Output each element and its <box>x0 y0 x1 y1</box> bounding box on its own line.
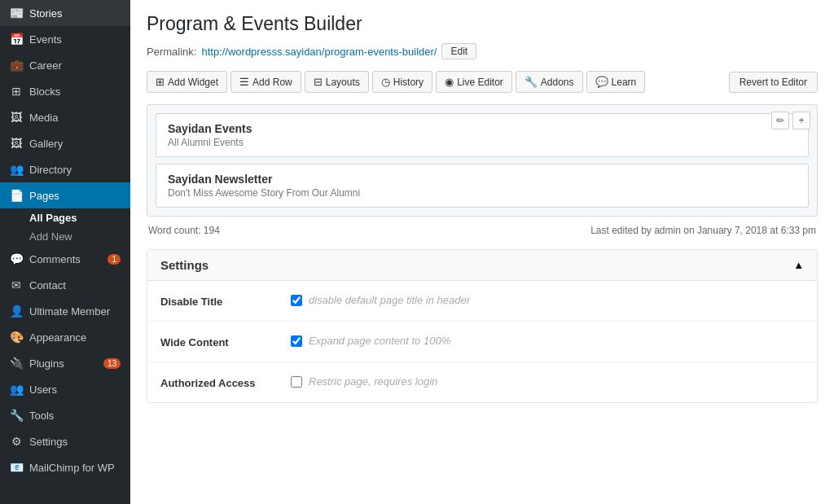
sidebar-item-appearance[interactable]: 🎨 Appearance <box>0 324 130 350</box>
directory-icon: 👥 <box>10 163 23 176</box>
sidebar-label-comments: Comments <box>29 253 81 265</box>
builder-area: ✏ + Sayidan Events All Alumni EventsSayi… <box>147 104 818 217</box>
builder-controls: ✏ + <box>771 112 810 129</box>
toolbar-learn-button[interactable]: 💬Learn <box>586 71 646 93</box>
sidebar-item-gallery[interactable]: 🖼 Gallery <box>0 130 130 156</box>
permalink-bar: Permalink: http://wordpresss.sayidan/pro… <box>147 43 818 59</box>
sidebar-item-media[interactable]: 🖼 Media <box>0 104 130 130</box>
page-title: Program & Events Builder <box>147 13 818 35</box>
badge-plugins: 13 <box>103 358 121 369</box>
settings-control-wide-content: Expand page content to 100% <box>291 335 804 347</box>
toolbar: ⊞Add Widget☰Add Row⊟Layouts◷History◉Live… <box>147 71 818 93</box>
sidebar-item-ultimate-member[interactable]: 👤 Ultimate Member <box>0 298 130 324</box>
sidebar-label-blocks: Blocks <box>29 85 60 98</box>
sidebar-label-stories: Stories <box>29 7 62 20</box>
sidebar-item-contact[interactable]: ✉ Contact <box>0 272 130 298</box>
permalink-url[interactable]: http://wordpresss.sayidan/program-events… <box>201 46 437 58</box>
settings-hint-disable-title: disable default page title in header <box>309 294 470 306</box>
toolbar-layouts-button[interactable]: ⊟Layouts <box>305 71 369 93</box>
sidebar-item-users[interactable]: 👥 Users <box>0 376 130 402</box>
add-row-icon: ☰ <box>239 76 249 88</box>
toolbar-history-button[interactable]: ◷History <box>372 71 432 93</box>
gallery-icon: 🖼 <box>10 137 23 150</box>
blocks-icon: ⊞ <box>10 85 23 98</box>
career-icon: 💼 <box>10 59 23 72</box>
sidebar-sub-add-new[interactable]: Add New <box>0 227 130 246</box>
builder-row-title: Sayidan Events <box>168 122 797 135</box>
sidebar-item-tools[interactable]: 🔧 Tools <box>0 402 130 428</box>
sidebar: 📰 Stories 📅 Events 💼 Career ⊞ Blocks 🖼 M… <box>0 0 130 504</box>
settings-hint-authorized-access: Restric page, requires login <box>309 375 437 388</box>
sidebar-item-blocks[interactable]: ⊞ Blocks <box>0 78 130 104</box>
layouts-icon: ⊟ <box>314 76 323 88</box>
settings-row-disable-title: Disable Title disable default page title… <box>147 281 817 322</box>
settings-control-authorized-access: Restric page, requires login <box>291 375 804 388</box>
stories-icon: 📰 <box>10 7 23 20</box>
settings-row-authorized-access: Authorized Access Restric page, requires… <box>147 362 817 402</box>
checkbox-authorized-access[interactable] <box>291 376 302 388</box>
sidebar-label-plugins: Plugins <box>29 357 64 370</box>
sidebar-label-events: Events <box>29 33 62 46</box>
tools-icon: 🔧 <box>10 409 23 422</box>
settings-header[interactable]: Settings ▲ <box>147 250 817 281</box>
settings-panel: Settings ▲ Disable Title disable default… <box>147 249 818 403</box>
toolbar-add-widget-button[interactable]: ⊞Add Widget <box>147 71 227 93</box>
checkbox-wide-content[interactable] <box>291 335 302 347</box>
meta-bar: Word count: 194 Last edited by admin on … <box>147 225 818 236</box>
checkbox-disable-title[interactable] <box>291 295 302 306</box>
sidebar-label-media: Media <box>29 112 58 124</box>
settings-row-wide-content: Wide Content Expand page content to 100% <box>147 322 817 362</box>
sidebar-label-settings: Settings <box>29 436 68 448</box>
sidebar-label-career: Career <box>29 59 62 72</box>
mailchimp-icon: 📧 <box>10 461 23 474</box>
sidebar-item-pages[interactable]: 📄 Pages <box>0 182 130 208</box>
live-editor-icon: ◉ <box>445 76 454 88</box>
contact-icon: ✉ <box>10 278 23 291</box>
history-icon: ◷ <box>381 76 390 88</box>
sidebar-label-users: Users <box>29 383 57 396</box>
settings-label-wide-content: Wide Content <box>160 335 291 348</box>
sidebar-item-events[interactable]: 📅 Events <box>0 26 130 52</box>
addons-icon: 🔧 <box>525 76 538 88</box>
sidebar-item-directory[interactable]: 👥 Directory <box>0 156 130 182</box>
toolbar-addons-button[interactable]: 🔧Addons <box>516 71 583 93</box>
sidebar-item-stories[interactable]: 📰 Stories <box>0 0 130 26</box>
settings-control-disable-title: disable default page title in header <box>291 294 804 306</box>
comments-icon: 💬 <box>10 252 23 265</box>
sidebar-label-tools: Tools <box>29 410 54 422</box>
sidebar-label-mailchimp: MailChimp for WP <box>29 462 115 474</box>
media-icon: 🖼 <box>10 111 23 124</box>
settings-icon: ⚙ <box>10 435 23 448</box>
sidebar-sub-all-pages[interactable]: All Pages <box>0 208 130 227</box>
sidebar-item-comments[interactable]: 💬 Comments 1 <box>0 246 130 272</box>
badge-comments: 1 <box>108 254 121 265</box>
builder-row: Sayidan Events All Alumni Events <box>156 113 809 157</box>
appearance-icon: 🎨 <box>10 331 23 344</box>
word-count: Word count: 194 <box>148 225 220 236</box>
builder-rows: Sayidan Events All Alumni EventsSayidan … <box>156 113 809 208</box>
builder-add-button[interactable]: + <box>792 112 810 129</box>
events-icon: 📅 <box>10 33 23 46</box>
builder-row-title: Sayidan Newsletter <box>168 173 797 186</box>
toolbar-add-row-button[interactable]: ☰Add Row <box>230 71 301 93</box>
plugins-icon: 🔌 <box>10 357 23 370</box>
last-edited: Last edited by admin on January 7, 2018 … <box>590 225 816 236</box>
builder-row-subtitle: Don't Miss Awesome Story From Our Alumni <box>168 187 797 199</box>
builder-edit-button[interactable]: ✏ <box>771 112 789 129</box>
toolbar-live-editor-button[interactable]: ◉Live Editor <box>436 71 512 93</box>
settings-label-authorized-access: Authorized Access <box>160 375 291 389</box>
sidebar-item-plugins[interactable]: 🔌 Plugins 13 <box>0 350 130 376</box>
users-icon: 👥 <box>10 383 23 396</box>
revert-to-editor-button[interactable]: Revert to Editor <box>729 72 818 93</box>
sidebar-item-settings[interactable]: ⚙ Settings <box>0 428 130 454</box>
sidebar-label-appearance: Appearance <box>29 331 86 344</box>
sidebar-item-career[interactable]: 💼 Career <box>0 52 130 78</box>
sidebar-label-contact: Contact <box>29 279 66 291</box>
permalink-edit-button[interactable]: Edit <box>441 43 476 59</box>
settings-hint-wide-content: Expand page content to 100% <box>309 335 450 347</box>
sidebar-item-mailchimp[interactable]: 📧 MailChimp for WP <box>0 454 130 480</box>
builder-row: Sayidan Newsletter Don't Miss Awesome St… <box>156 164 809 208</box>
settings-label-disable-title: Disable Title <box>160 294 291 308</box>
settings-collapse-icon: ▲ <box>793 259 804 271</box>
sidebar-label-ultimate-member: Ultimate Member <box>29 305 110 318</box>
